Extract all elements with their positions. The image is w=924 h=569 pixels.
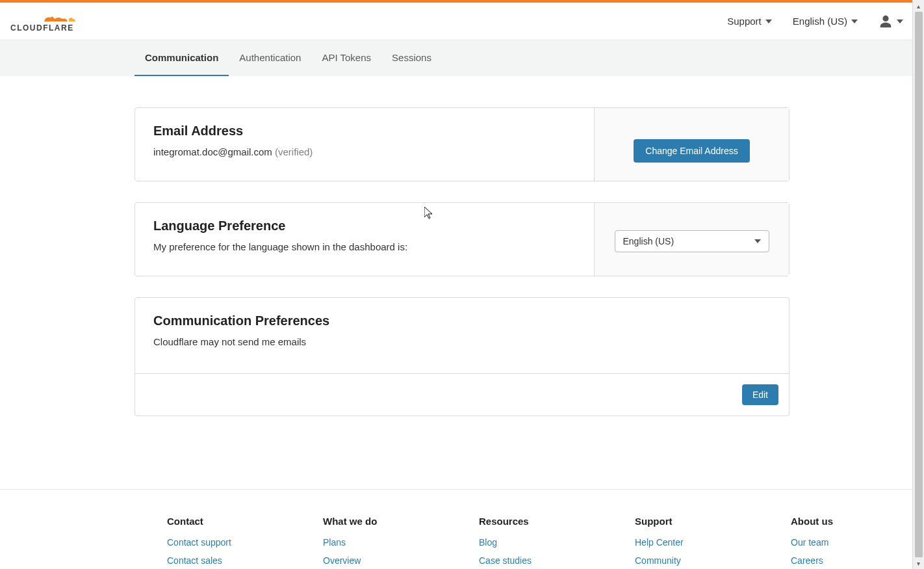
- chevron-down-icon: [897, 20, 903, 23]
- language-preference-text: My preference for the language shown in …: [153, 241, 576, 252]
- footer-col-resources: Resources Blog Case studies: [479, 516, 570, 569]
- footer-col-contact: Contact Contact support Contact sales: [167, 516, 258, 569]
- email-address-card: Email Address integromat.doc@gmail.com (…: [135, 107, 789, 181]
- card-title: Communication Preferences: [153, 313, 771, 328]
- language-select[interactable]: English (US): [615, 230, 769, 252]
- language-selected: English (US): [623, 236, 674, 246]
- tab-communication[interactable]: Communication: [135, 40, 229, 76]
- footer-col-title: What we do: [323, 516, 414, 527]
- header: CLOUDFLARE Support English (US): [0, 3, 924, 40]
- main-content: Email Address integromat.doc@gmail.com (…: [135, 76, 789, 489]
- tab-authentication[interactable]: Authentication: [229, 40, 311, 76]
- footer-link[interactable]: Blog: [479, 537, 570, 548]
- logo-text: CLOUDFLARE: [10, 23, 74, 33]
- edit-button[interactable]: Edit: [742, 384, 778, 405]
- email-status: (verified): [275, 146, 313, 157]
- footer-col-title: Resources: [479, 516, 570, 527]
- chevron-down-icon: [754, 239, 761, 243]
- scrollbar[interactable]: ▴ ▾: [912, 0, 924, 569]
- footer-col-title: Contact: [167, 516, 258, 527]
- page-footer: Contact Contact support Contact sales Wh…: [0, 489, 924, 569]
- language-menu[interactable]: English (US): [793, 16, 858, 27]
- communication-preferences-card: Communication Preferences Cloudflare may…: [135, 297, 789, 416]
- footer-link[interactable]: Overview: [323, 555, 414, 566]
- scroll-up-arrow[interactable]: ▴: [913, 0, 925, 12]
- email-value: integromat.doc@gmail.com: [153, 146, 272, 157]
- footer-link[interactable]: Contact support: [167, 537, 258, 548]
- scroll-thumb[interactable]: [915, 12, 923, 557]
- change-email-button[interactable]: Change Email Address: [634, 139, 749, 163]
- tabs-container: Communication Authentication API Tokens …: [0, 40, 924, 76]
- tab-api-tokens[interactable]: API Tokens: [311, 40, 381, 76]
- footer-link[interactable]: Community: [635, 555, 726, 566]
- scroll-down-arrow[interactable]: ▾: [913, 557, 925, 569]
- support-label: Support: [727, 16, 762, 27]
- cloudflare-cloud-icon: [44, 16, 75, 21]
- tab-sessions[interactable]: Sessions: [381, 40, 442, 76]
- footer-col-about-us: About us Our team Careers: [791, 516, 882, 569]
- email-address-value: integromat.doc@gmail.com (verified): [153, 146, 576, 157]
- language-label: English (US): [793, 16, 847, 27]
- footer-col-title: About us: [791, 516, 882, 527]
- footer-link[interactable]: Contact sales: [167, 555, 258, 566]
- card-title: Email Address: [153, 124, 576, 139]
- footer-link[interactable]: Careers: [791, 555, 882, 566]
- footer-link[interactable]: Plans: [323, 537, 414, 548]
- footer-link[interactable]: Help Center: [635, 537, 726, 548]
- footer-col-title: Support: [635, 516, 726, 527]
- footer-col-what-we-do: What we do Plans Overview: [323, 516, 414, 569]
- chevron-down-icon: [765, 20, 772, 23]
- footer-link[interactable]: Our team: [791, 537, 882, 548]
- footer-link[interactable]: Case studies: [479, 555, 570, 566]
- communication-preferences-text: Cloudflare may not send me emails: [153, 336, 771, 347]
- header-right: Support English (US): [727, 14, 914, 29]
- user-icon: [879, 14, 893, 29]
- card-title: Language Preference: [153, 218, 576, 233]
- footer-col-support: Support Help Center Community: [635, 516, 726, 569]
- logo[interactable]: CLOUDFLARE: [10, 10, 88, 33]
- account-menu[interactable]: [879, 14, 903, 29]
- language-preference-card: Language Preference My preference for th…: [135, 202, 789, 276]
- support-menu[interactable]: Support: [727, 16, 772, 27]
- chevron-down-icon: [851, 20, 858, 23]
